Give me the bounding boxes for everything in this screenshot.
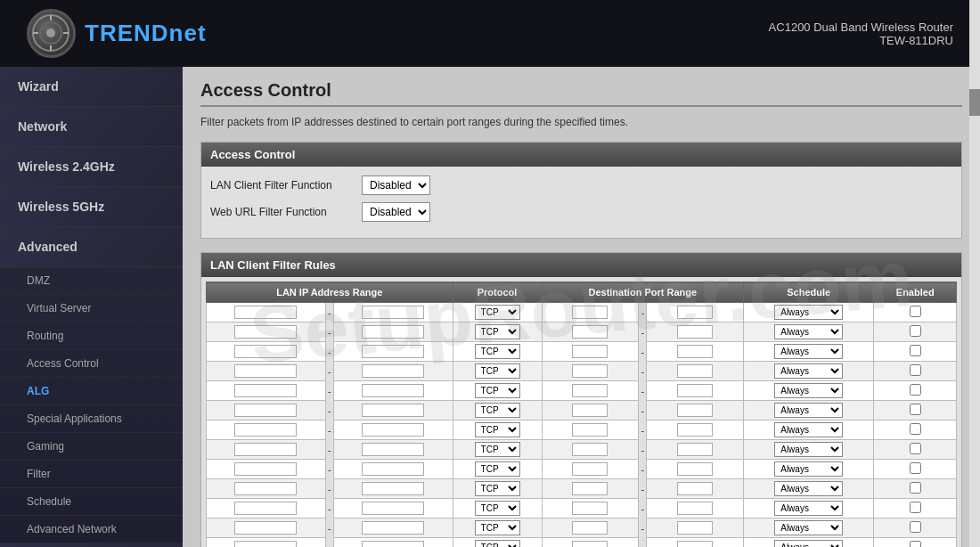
sidebar-item-advanced[interactable]: Advanced bbox=[0, 227, 183, 267]
port-start-input[interactable] bbox=[572, 325, 608, 339]
protocol-select[interactable]: TCPUDPBothICMP bbox=[475, 442, 520, 457]
port-start-input[interactable] bbox=[572, 306, 608, 319]
port-start-input[interactable] bbox=[572, 423, 608, 437]
port-end-input[interactable] bbox=[677, 482, 713, 495]
schedule-select[interactable]: AlwaysSchedule 1Schedule 2 bbox=[774, 540, 843, 547]
port-start-input[interactable] bbox=[572, 462, 608, 476]
ip-end-input[interactable] bbox=[362, 443, 424, 456]
ip-start-input[interactable] bbox=[234, 521, 297, 535]
ip-end-input[interactable] bbox=[362, 364, 424, 378]
web-url-filter-select[interactable]: Disabled Enabled bbox=[362, 202, 430, 222]
ip-start-input[interactable] bbox=[234, 443, 297, 456]
ip-end-input[interactable] bbox=[362, 521, 424, 535]
port-start-input[interactable] bbox=[572, 364, 608, 378]
protocol-select[interactable]: TCPUDPBothICMP bbox=[475, 363, 520, 379]
port-start-input[interactable] bbox=[572, 345, 608, 358]
port-start-input[interactable] bbox=[572, 541, 608, 547]
protocol-select[interactable]: TCPUDPBothICMP bbox=[475, 422, 520, 437]
port-end-input[interactable] bbox=[677, 443, 713, 456]
ip-end-input[interactable] bbox=[362, 462, 424, 476]
port-end-input[interactable] bbox=[677, 364, 713, 378]
sidebar-item-network[interactable]: Network bbox=[0, 107, 183, 147]
ip-start-input[interactable] bbox=[234, 364, 297, 378]
enabled-checkbox[interactable] bbox=[910, 541, 921, 547]
enabled-checkbox[interactable] bbox=[910, 364, 921, 376]
sidebar-item-wireless24[interactable]: Wireless 2.4GHz bbox=[0, 147, 183, 187]
port-end-input[interactable] bbox=[677, 325, 713, 339]
protocol-select[interactable]: TCPUDPBothICMP bbox=[475, 520, 520, 535]
enabled-checkbox[interactable] bbox=[910, 482, 921, 494]
ip-end-input[interactable] bbox=[362, 423, 424, 437]
enabled-checkbox[interactable] bbox=[910, 521, 921, 533]
schedule-select[interactable]: AlwaysSchedule 1Schedule 2 bbox=[774, 344, 843, 359]
port-end-input[interactable] bbox=[677, 462, 713, 476]
schedule-select[interactable]: AlwaysSchedule 1Schedule 2 bbox=[774, 520, 843, 535]
schedule-select[interactable]: AlwaysSchedule 1Schedule 2 bbox=[774, 383, 843, 398]
schedule-select[interactable]: AlwaysSchedule 1Schedule 2 bbox=[774, 461, 843, 477]
scrollbar-thumb[interactable] bbox=[969, 89, 980, 116]
ip-end-input[interactable] bbox=[362, 404, 424, 417]
enabled-checkbox[interactable] bbox=[910, 384, 921, 396]
port-start-input[interactable] bbox=[572, 404, 608, 417]
lan-client-filter-select[interactable]: Disabled Enabled bbox=[362, 176, 430, 195]
port-end-input[interactable] bbox=[677, 345, 713, 358]
schedule-select[interactable]: AlwaysSchedule 1Schedule 2 bbox=[774, 324, 843, 339]
sidebar-sub-filter[interactable]: Filter bbox=[0, 461, 183, 488]
port-start-input[interactable] bbox=[572, 502, 608, 515]
port-end-input[interactable] bbox=[677, 306, 713, 319]
sidebar-sub-virtual-server[interactable]: Virtual Server bbox=[0, 295, 183, 322]
sidebar-sub-access-control[interactable]: Access Control bbox=[0, 350, 183, 378]
protocol-select[interactable]: TCPUDPBothICMP bbox=[475, 501, 520, 516]
sidebar-sub-gaming[interactable]: Gaming bbox=[0, 433, 183, 461]
ip-end-input[interactable] bbox=[362, 541, 424, 547]
enabled-checkbox[interactable] bbox=[910, 404, 921, 415]
ip-end-input[interactable] bbox=[362, 502, 424, 515]
schedule-select[interactable]: AlwaysSchedule 1Schedule 2 bbox=[774, 363, 843, 379]
ip-start-input[interactable] bbox=[234, 325, 297, 339]
sidebar-sub-schedule[interactable]: Schedule bbox=[0, 488, 183, 516]
schedule-select[interactable]: AlwaysSchedule 1Schedule 2 bbox=[774, 305, 843, 320]
ip-end-input[interactable] bbox=[362, 482, 424, 495]
ip-start-input[interactable] bbox=[234, 306, 297, 319]
ip-end-input[interactable] bbox=[362, 384, 424, 397]
ip-end-input[interactable] bbox=[362, 345, 424, 358]
sidebar-sub-advanced-network[interactable]: Advanced Network bbox=[0, 516, 183, 543]
protocol-select[interactable]: TCPUDPBothICMP bbox=[475, 324, 520, 339]
sidebar-sub-dmz[interactable]: DMZ bbox=[0, 267, 183, 295]
sidebar-sub-routing[interactable]: Routing bbox=[0, 322, 183, 350]
schedule-select[interactable]: AlwaysSchedule 1Schedule 2 bbox=[774, 501, 843, 516]
protocol-select[interactable]: TCPUDPBothICMP bbox=[475, 344, 520, 359]
sidebar-sub-special-applications[interactable]: Special Applications bbox=[0, 405, 183, 433]
enabled-checkbox[interactable] bbox=[910, 325, 921, 337]
enabled-checkbox[interactable] bbox=[910, 443, 921, 454]
ip-start-input[interactable] bbox=[234, 423, 297, 437]
ip-start-input[interactable] bbox=[234, 541, 297, 547]
sidebar-item-wireless5[interactable]: Wireless 5GHz bbox=[0, 187, 183, 227]
enabled-checkbox[interactable] bbox=[910, 462, 921, 474]
sidebar-sub-alg[interactable]: ALG bbox=[0, 378, 183, 405]
protocol-select[interactable]: TCPUDPBothICMP bbox=[475, 540, 520, 547]
port-start-input[interactable] bbox=[572, 482, 608, 495]
schedule-select[interactable]: AlwaysSchedule 1Schedule 2 bbox=[774, 442, 843, 457]
sidebar-item-administrator[interactable]: Administrator bbox=[0, 543, 183, 547]
ip-start-input[interactable] bbox=[234, 345, 297, 358]
schedule-select[interactable]: AlwaysSchedule 1Schedule 2 bbox=[774, 422, 843, 437]
schedule-select[interactable]: AlwaysSchedule 1Schedule 2 bbox=[774, 481, 843, 496]
port-end-input[interactable] bbox=[677, 521, 713, 535]
protocol-select[interactable]: TCPUDPBothICMP bbox=[475, 305, 520, 320]
enabled-checkbox[interactable] bbox=[910, 423, 921, 435]
port-end-input[interactable] bbox=[677, 423, 713, 437]
ip-start-input[interactable] bbox=[234, 404, 297, 417]
port-start-input[interactable] bbox=[572, 384, 608, 397]
ip-end-input[interactable] bbox=[362, 306, 424, 319]
protocol-select[interactable]: TCPUDPBothICMP bbox=[475, 481, 520, 496]
port-end-input[interactable] bbox=[677, 404, 713, 417]
port-start-input[interactable] bbox=[572, 443, 608, 456]
port-end-input[interactable] bbox=[677, 384, 713, 397]
port-end-input[interactable] bbox=[677, 502, 713, 515]
ip-start-input[interactable] bbox=[234, 384, 297, 397]
enabled-checkbox[interactable] bbox=[910, 306, 921, 317]
enabled-checkbox[interactable] bbox=[910, 345, 921, 356]
port-start-input[interactable] bbox=[572, 521, 608, 535]
port-end-input[interactable] bbox=[677, 541, 713, 547]
